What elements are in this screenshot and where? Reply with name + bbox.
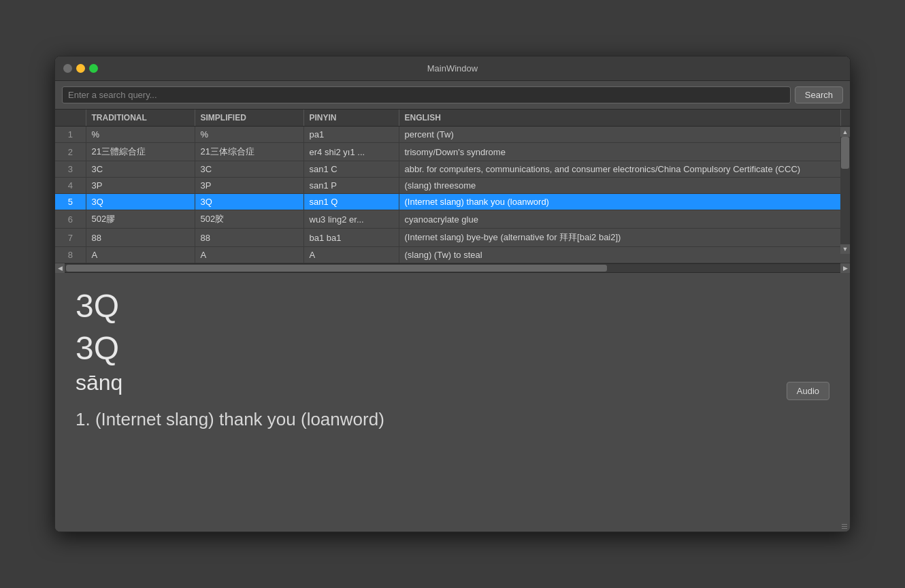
cell-english: (slang) (Tw) to steal: [399, 247, 840, 263]
resize-handle[interactable]: [839, 521, 847, 529]
col-header-num: [55, 110, 86, 127]
minimize-button[interactable]: [76, 64, 85, 73]
col-header-simplified[interactable]: SIMPLIFIED: [195, 110, 303, 127]
traffic-lights: [63, 64, 98, 73]
cell-traditional: %: [86, 127, 195, 143]
cell-num: 6: [55, 210, 86, 229]
cell-simplified: %: [195, 127, 303, 143]
titlebar: MainWindow: [55, 56, 850, 81]
table-header-row: TRADITIONAL SIMPLIFIED PINYIN ENGLISH: [55, 110, 850, 127]
cell-num: 2: [55, 143, 86, 161]
cell-num: 4: [55, 178, 86, 194]
cell-num: 8: [55, 247, 86, 263]
maximize-button[interactable]: [89, 64, 98, 73]
audio-button[interactable]: Audio: [787, 382, 829, 400]
table-row[interactable]: 53Q3Qsan1 Q(Internet slang) thank you (l…: [55, 194, 850, 210]
detail-pinyin: sānq: [76, 370, 829, 395]
cell-traditional: 21三體綜合症: [86, 143, 195, 161]
h-scroll-track[interactable]: [66, 265, 839, 272]
scroll-down-arrow[interactable]: ▼: [840, 244, 850, 254]
col-header-traditional[interactable]: TRADITIONAL: [86, 110, 195, 127]
cell-pinyin: ba1 ba1: [303, 229, 399, 247]
scroll-thumb: [841, 137, 849, 169]
cell-num: 1: [55, 127, 86, 143]
cell-num: 7: [55, 229, 86, 247]
table-row[interactable]: 1%%pa1percent (Tw): [55, 127, 850, 143]
cell-traditional: 3P: [86, 178, 195, 194]
col-header-english[interactable]: ENGLISH: [399, 110, 840, 127]
cell-pinyin: A: [303, 247, 399, 263]
cell-simplified: 88: [195, 229, 303, 247]
cell-num: 3: [55, 161, 86, 178]
table-row[interactable]: 33C3Csan1 Cabbr. for computers, communic…: [55, 161, 850, 178]
cell-pinyin: san1 C: [303, 161, 399, 178]
toolbar: Search: [55, 81, 850, 110]
cell-english: (slang) threesome: [399, 178, 840, 194]
cell-pinyin: pa1: [303, 127, 399, 143]
cell-english: (Internet slang) thank you (loanword): [399, 194, 840, 210]
cell-english: percent (Tw): [399, 127, 840, 143]
cell-english: cyanoacrylate glue: [399, 210, 840, 229]
cell-simplified: 3P: [195, 178, 303, 194]
table-wrapper: TRADITIONAL SIMPLIFIED PINYIN ENGLISH 1%…: [55, 110, 850, 263]
cell-traditional: 3Q: [86, 194, 195, 210]
detail-definition: 1. (Internet slang) thank you (loanword): [76, 409, 829, 430]
scroll-right-arrow[interactable]: ▶: [840, 263, 850, 273]
cell-traditional: A: [86, 247, 195, 263]
table-row[interactable]: 221三體綜合症21三体综合症er4 shi2 yı1 ...trisomy/D…: [55, 143, 850, 161]
detail-simplified: 3Q: [76, 329, 829, 368]
col-header-pinyin[interactable]: PINYIN: [303, 110, 399, 127]
cell-pinyin: wu3 ling2 er...: [303, 210, 399, 229]
vertical-scrollbar[interactable]: ▲ ▼: [840, 127, 850, 254]
cell-pinyin: san1 Q: [303, 194, 399, 210]
scroll-left-arrow[interactable]: ◀: [55, 263, 65, 273]
data-table: TRADITIONAL SIMPLIFIED PINYIN ENGLISH 1%…: [55, 110, 850, 263]
cell-num: 5: [55, 194, 86, 210]
detail-panel: 3Q 3Q sānq Audio 1. (Internet slang) tha…: [55, 273, 850, 532]
cell-simplified: 502胶: [195, 210, 303, 229]
cell-english: trisomy/Down's syndrome: [399, 143, 840, 161]
window-title: MainWindow: [427, 63, 478, 74]
table-row[interactable]: 6502膠502胶wu3 ling2 er...cyanoacrylate gl…: [55, 210, 850, 229]
cell-pinyin: san1 P: [303, 178, 399, 194]
cell-simplified: A: [195, 247, 303, 263]
cell-simplified: 21三体综合症: [195, 143, 303, 161]
cell-traditional: 88: [86, 229, 195, 247]
cell-simplified: 3Q: [195, 194, 303, 210]
table-row[interactable]: 78888ba1 ba1(Internet slang) bye-bye (al…: [55, 229, 850, 247]
detail-traditional: 3Q: [76, 287, 829, 326]
close-button[interactable]: [63, 64, 72, 73]
table-row[interactable]: 8AAA(slang) (Tw) to steal: [55, 247, 850, 263]
main-window: MainWindow Search TRADITIONAL SIMPLIFIED: [54, 56, 851, 532]
scroll-up-arrow[interactable]: ▲: [840, 127, 850, 137]
h-scroll-thumb: [66, 265, 607, 272]
cell-pinyin: er4 shi2 yı1 ...: [303, 143, 399, 161]
cell-english: abbr. for computers, communications, and…: [399, 161, 840, 178]
scroll-track[interactable]: [840, 137, 850, 244]
table-row[interactable]: 43P3Psan1 P(slang) threesome: [55, 178, 850, 194]
cell-english: (Internet slang) bye-bye (alternative fo…: [399, 229, 840, 247]
cell-traditional: 502膠: [86, 210, 195, 229]
table-body: 1%%pa1percent (Tw)221三體綜合症21三体综合症er4 shi…: [55, 127, 850, 263]
horizontal-scrollbar[interactable]: ◀ ▶: [55, 263, 850, 273]
cell-simplified: 3C: [195, 161, 303, 178]
cell-traditional: 3C: [86, 161, 195, 178]
search-input[interactable]: [62, 86, 791, 103]
col-header-scroll: [840, 110, 850, 127]
search-button[interactable]: Search: [795, 86, 843, 103]
